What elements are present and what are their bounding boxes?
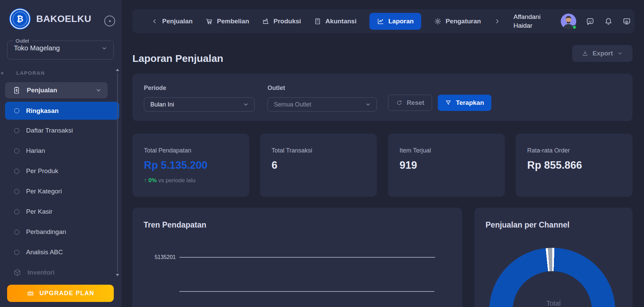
sidebar-item-label: Daftar Transaksi	[26, 127, 73, 134]
stat-card-item-terjual: Item Terjual919	[388, 134, 505, 197]
avatar[interactable]	[561, 14, 576, 29]
stat-label: Rata-rata Order	[527, 147, 621, 154]
nav-item-label: Akuntansi	[325, 18, 357, 25]
nav-scroll-right-icon[interactable]	[494, 18, 500, 25]
nav-item-label: Pembelian	[217, 18, 249, 25]
delta-suffix: vs periode lalu	[158, 177, 196, 184]
user-area: Affandani Haidar	[513, 13, 631, 30]
periode-select[interactable]: Bulan Ini	[144, 97, 255, 112]
outlet-value: Toko Magelang	[14, 44, 60, 52]
periode-label: Periode	[144, 85, 166, 92]
sidebar-section-laporan: LAPORAN	[16, 70, 45, 76]
sidebar-collapse-button[interactable]	[104, 16, 115, 26]
sidebar: ₿ BAKOELKU Outlet Toko Magelang LAPORAN …	[0, 0, 122, 307]
donut-center-label: Total	[474, 300, 632, 307]
receipt-icon: $	[13, 86, 21, 94]
app-root: ₿ BAKOELKU Outlet Toko Magelang LAPORAN …	[0, 0, 644, 307]
sidebar-item-perbandingan[interactable]: Perbandingan	[5, 222, 119, 242]
section-bullet-icon	[1, 72, 3, 74]
display-monitor-icon[interactable]	[622, 17, 631, 26]
brand-title: BAKOELKU	[36, 14, 91, 24]
gridline	[179, 257, 435, 258]
scrollbar-track[interactable]	[117, 73, 118, 272]
nav-item-pembelian[interactable]: Pembelian	[206, 18, 249, 25]
online-status-dot	[572, 25, 577, 29]
channel-chart-title: Penjualan per Channel	[486, 220, 570, 230]
chevron-down-icon	[95, 87, 102, 93]
chevron-down-icon	[101, 45, 107, 51]
sidebar-item-harian[interactable]: Harian	[5, 141, 119, 161]
reset-button[interactable]: Reset	[388, 95, 432, 111]
reset-label: Reset	[407, 99, 424, 107]
y-axis-tick: 5135201	[138, 254, 176, 260]
nav-item-pengaturan[interactable]: Pengaturan	[434, 18, 481, 25]
sidebar-item-label: Per Kasir	[26, 208, 52, 215]
bakoelku-logo-icon: ₿	[10, 9, 30, 29]
nav-item-label: Laporan	[388, 18, 414, 25]
scroll-down-arrow-icon[interactable]	[116, 274, 119, 276]
chevron-down-icon	[243, 101, 249, 108]
sidebar-item-analisis-abc[interactable]: Analisis ABC	[5, 242, 119, 262]
refresh-icon	[396, 99, 403, 106]
sidebar-item-label: Penjualan	[27, 87, 57, 94]
channel-donut-chart-card: Penjualan per Channel Total	[474, 208, 632, 307]
nav-item-akuntansi[interactable]: Akuntansi	[314, 18, 357, 25]
outlet-selector[interactable]: Outlet Toko Magelang	[7, 38, 114, 60]
stat-card-total-pendapatan: Total PendapatanRp 5.135.200↑ 0% vs peri…	[132, 134, 249, 197]
nav-item-produksi[interactable]: Produksi	[262, 18, 301, 25]
crown-icon	[26, 289, 35, 298]
upgrade-plan-button[interactable]: UPGRADE PLAN	[7, 285, 114, 302]
apply-filter-button[interactable]: Terapkan	[438, 95, 491, 111]
sidebar-scrollbar[interactable]	[115, 69, 120, 276]
stat-value: 919	[400, 159, 493, 171]
sidebar-item-daftar-transaksi[interactable]: Daftar Transaksi	[5, 120, 119, 141]
cart-icon	[206, 18, 213, 25]
export-label: Export	[593, 50, 613, 57]
stat-delta: ↑ 0% vs periode lalu	[144, 177, 238, 184]
delta-percent: 0%	[148, 177, 157, 184]
export-button[interactable]: Export	[572, 45, 632, 62]
sidebar-item-inventori[interactable]: Inventori	[5, 262, 108, 283]
radio-circle-icon	[14, 209, 19, 214]
funnel-icon	[445, 99, 452, 106]
stat-label: Total Pendapatan	[144, 147, 238, 154]
nav-item-label: Penjualan	[162, 18, 193, 25]
sidebar-item-per-produk[interactable]: Per Produk	[5, 161, 119, 181]
outlet-filter-label: Outlet	[267, 85, 285, 92]
outlet-label: Outlet	[13, 38, 32, 44]
outlet-filter-select[interactable]: Semua Outlet	[267, 97, 377, 112]
chart-line-icon	[377, 18, 384, 25]
sidebar-item-ringkasan[interactable]: Ringkasan	[5, 102, 119, 120]
stat-value: Rp 5.135.200	[144, 159, 238, 171]
sidebar-item-penjualan[interactable]: $Penjualan	[5, 82, 108, 98]
sidebar-item-per-kasir[interactable]: Per Kasir	[5, 202, 119, 222]
sidebar-menu: $PenjualanRingkasanDaftar TransaksiHaria…	[5, 82, 119, 283]
radio-circle-icon	[14, 148, 19, 154]
chat-smile-icon[interactable]	[586, 17, 595, 26]
brand-row: ₿ BAKOELKU	[10, 9, 91, 29]
radio-circle-icon	[14, 128, 19, 133]
nav-item-label: Pengaturan	[446, 18, 481, 25]
svg-text:$: $	[16, 89, 18, 92]
revenue-trend-chart-card: Tren Pendapatan 5135201	[132, 208, 462, 307]
nav-item-laporan[interactable]: Laporan	[369, 13, 421, 30]
bitcoin-glyph: ₿	[13, 11, 27, 26]
notification-bell-icon[interactable]	[604, 17, 613, 26]
radio-circle-icon	[14, 169, 19, 174]
sidebar-item-per-kategori[interactable]: Per Kategori	[5, 181, 119, 202]
apply-label: Terapkan	[456, 99, 484, 107]
user-name: Affandani Haidar	[513, 13, 551, 30]
gear-icon	[434, 18, 442, 25]
sidebar-item-label: Inventori	[27, 269, 55, 276]
scroll-up-arrow-icon[interactable]	[116, 69, 119, 71]
sidebar-item-label: Harian	[26, 147, 45, 155]
chevron-down-icon	[617, 50, 623, 56]
page-title: Laporan Penjualan	[132, 53, 223, 64]
nav-item-penjualan[interactable]: Penjualan	[151, 18, 193, 25]
chevron-left-icon	[151, 18, 158, 25]
calculator-icon	[314, 18, 321, 25]
stat-value: Rp 855.866	[527, 159, 621, 171]
radio-circle-icon	[14, 230, 19, 235]
outlet-select-value: Semua Outlet	[274, 101, 311, 108]
sidebar-item-label: Ringkasan	[26, 107, 59, 115]
